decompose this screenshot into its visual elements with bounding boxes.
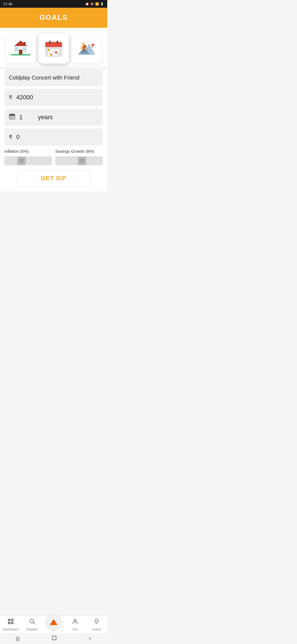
svg-marker-41 xyxy=(92,43,95,47)
inflation-label: Inflation (5%) xyxy=(4,149,52,154)
savings-growth-slider-col: Savings Growth (8%) xyxy=(55,149,103,165)
svg-rect-48 xyxy=(13,117,14,117)
svg-rect-14 xyxy=(49,40,51,44)
goal-name-row[interactable] xyxy=(4,69,103,86)
svg-rect-10 xyxy=(11,54,31,56)
savings-growth-thumb-icon xyxy=(80,159,84,162)
svg-rect-44 xyxy=(11,113,12,115)
svg-point-17 xyxy=(50,49,52,51)
svg-point-29 xyxy=(55,54,57,56)
svg-rect-3 xyxy=(19,50,23,54)
goal-icon-hiker[interactable] xyxy=(72,33,102,64)
duration-calendar-icon xyxy=(9,113,15,121)
svg-point-24 xyxy=(55,51,57,53)
goal-name-input[interactable] xyxy=(9,75,98,81)
duration-row[interactable]: years xyxy=(4,109,103,126)
svg-point-20 xyxy=(57,49,59,51)
svg-rect-46 xyxy=(10,117,11,117)
svg-point-28 xyxy=(53,54,54,56)
get-sip-button[interactable]: GET SIP xyxy=(17,170,91,187)
inflation-thumb-icon xyxy=(19,159,24,162)
svg-point-23 xyxy=(53,51,54,53)
page-title: GOALS xyxy=(40,13,68,21)
svg-point-21 xyxy=(48,51,50,53)
savings-rupee-icon: ₹ xyxy=(9,134,12,140)
savings-growth-slider-track[interactable] xyxy=(55,156,103,165)
svg-point-32 xyxy=(82,42,85,45)
header: GOALS xyxy=(0,8,107,28)
amount-input[interactable] xyxy=(16,94,98,101)
status-bar: 17:36 ⏰ 🔇 📶 🔋 xyxy=(0,0,107,8)
svg-point-27 xyxy=(50,54,52,56)
svg-rect-15 xyxy=(57,40,58,44)
svg-rect-49 xyxy=(10,118,11,118)
svg-rect-50 xyxy=(12,118,12,118)
time: 17:36 xyxy=(3,2,12,6)
inflation-slider-col: Inflation (5%) xyxy=(4,149,52,165)
amount-row[interactable]: ₹ xyxy=(4,89,103,106)
goal-icons-row xyxy=(0,28,107,66)
savings-input[interactable] xyxy=(16,133,98,141)
goal-icon-calendar[interactable] xyxy=(38,33,69,64)
svg-point-19 xyxy=(55,49,57,51)
duration-unit: years xyxy=(38,114,53,121)
amount-rupee-icon: ₹ xyxy=(9,94,12,101)
savings-growth-slider-thumb[interactable] xyxy=(78,157,86,165)
inflation-slider-track[interactable] xyxy=(4,156,52,165)
svg-rect-43 xyxy=(9,114,15,116)
svg-rect-47 xyxy=(12,117,12,117)
svg-point-22 xyxy=(50,51,52,53)
svg-point-25 xyxy=(57,51,59,53)
savings-row[interactable]: ₹ xyxy=(4,129,103,146)
svg-line-37 xyxy=(80,47,82,49)
duration-input[interactable] xyxy=(19,114,36,121)
svg-point-18 xyxy=(53,49,54,51)
svg-rect-1 xyxy=(24,42,26,46)
svg-point-16 xyxy=(48,49,50,51)
svg-rect-45 xyxy=(13,113,13,115)
sliders-row: Inflation (5%) Savings Growth (8%) xyxy=(4,149,103,165)
form-section: ₹ years ₹ Inflation (5%) xyxy=(0,69,107,192)
status-icons: ⏰ 🔇 📶 🔋 xyxy=(85,2,104,6)
inflation-slider-thumb[interactable] xyxy=(18,157,25,165)
svg-point-26 xyxy=(48,54,50,56)
savings-growth-label: Savings Growth (8%) xyxy=(55,149,103,154)
svg-rect-13 xyxy=(45,45,62,47)
goal-icon-home[interactable] xyxy=(6,33,36,64)
